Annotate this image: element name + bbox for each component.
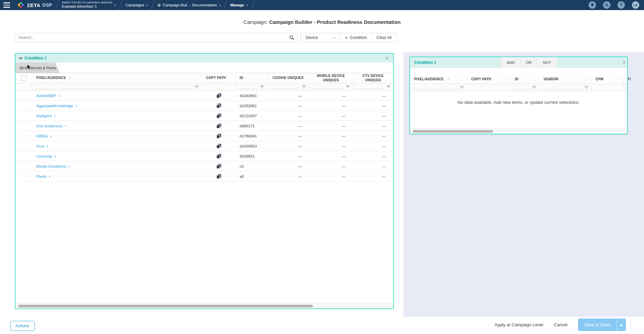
filter-funnel-icon[interactable]	[460, 86, 464, 89]
filter-input-id[interactable]	[514, 85, 530, 89]
scrollbar-thumb[interactable]	[18, 305, 313, 307]
select-all-checkbox[interactable]	[21, 76, 26, 81]
scrollbar-thumb[interactable]	[413, 130, 493, 133]
chevron-right-icon[interactable]: ›	[47, 144, 48, 149]
filter-funnel-icon[interactable]	[346, 85, 350, 89]
filter-input-vendor[interactable]	[542, 85, 582, 89]
chevron-right-icon[interactable]: ›	[54, 154, 56, 159]
filter-input-mobile-uniques[interactable]	[312, 85, 344, 89]
audience-link[interactable]: AggregateKnowledge	[36, 104, 73, 108]
column-header-pixel-audience[interactable]: PIXEL/AUDIENCE ↑	[32, 73, 202, 83]
audience-link[interactable]: Media Conditions	[36, 164, 66, 168]
breadcrumb-manage[interactable]: Manage ›	[226, 0, 252, 10]
close-icon[interactable]: ✕	[384, 56, 390, 60]
cancel-link[interactable]: Cancel	[554, 322, 567, 327]
tab-row: All Audiences & Pixels	[15, 62, 393, 73]
copy-path-icon[interactable]	[216, 154, 221, 159]
audience-link[interactable]: Liveramp	[36, 154, 52, 158]
audience-link[interactable]: Pixels	[36, 174, 47, 178]
copy-path-icon[interactable]	[216, 144, 221, 149]
audience-link[interactable]: AdobeDMP	[36, 94, 56, 98]
search-input[interactable]	[15, 35, 286, 40]
filter-funnel-icon[interactable]	[195, 85, 199, 89]
column-header-cookie-uniques[interactable]: COOKIE UNIQUES	[267, 73, 309, 83]
column-header-copy-path[interactable]: COPY PATH	[467, 75, 511, 84]
cookie-uniques-cell: —	[267, 151, 309, 161]
chevron-right-icon[interactable]: ›	[49, 174, 50, 179]
ctv-uniques-cell: —	[353, 111, 393, 121]
filter-funnel-icon[interactable]	[260, 85, 264, 89]
sort-ascending-icon[interactable]: ↑	[447, 77, 449, 82]
condition-panel-left: Condition 1 ✕ All Audiences & Pixels PIX…	[15, 53, 394, 309]
add-condition-button[interactable]: + Condition	[340, 33, 371, 42]
column-header-ti-clipped[interactable]: TI	[623, 75, 635, 84]
column-header-id[interactable]: ID	[236, 73, 267, 83]
filter-input-id[interactable]	[238, 85, 258, 89]
copy-path-icon[interactable]	[216, 103, 221, 108]
column-header-id[interactable]: ID	[511, 75, 539, 84]
hamburger-menu-icon[interactable]	[0, 0, 13, 10]
breadcrumb-campaigns[interactable]: Campaigns ›	[121, 0, 152, 10]
copy-path-icon[interactable]	[216, 164, 221, 169]
user-avatar[interactable]: L&	[632, 1, 639, 9]
help-icon[interactable]: ?	[617, 1, 625, 9]
chevron-right-icon[interactable]: ›	[50, 134, 51, 138]
filter-input-pixel-audience[interactable]	[413, 85, 458, 89]
zeta-dsp-logo[interactable]: ZETA DSP	[13, 2, 57, 8]
column-header-ctv-device-uniques[interactable]: CTV DEVICE UNIQUES	[353, 73, 393, 83]
column-header-cpm[interactable]: CPM	[592, 75, 623, 84]
clear-all-button[interactable]: Clear All	[371, 33, 396, 42]
column-header-vendor[interactable]: VENDOR	[539, 75, 592, 84]
apply-at-campaign-level-link[interactable]: Apply at Campaign Level	[494, 322, 543, 327]
actions-button[interactable]: Actions	[10, 321, 35, 331]
filter-funnel-icon[interactable]	[302, 85, 306, 89]
sort-ascending-icon[interactable]: ↑	[69, 75, 72, 81]
search-submit-icon[interactable]	[286, 35, 297, 40]
copy-path-icon[interactable]	[216, 93, 221, 98]
copy-path-icon[interactable]	[216, 114, 221, 118]
copy-path-icon[interactable]	[216, 124, 221, 128]
search-icon[interactable]	[603, 1, 610, 9]
or-operator-button[interactable]: OR	[520, 57, 537, 68]
filter-input-pixel-audience[interactable]	[35, 85, 193, 89]
filter-funnel-icon[interactable]	[386, 85, 391, 89]
and-operator-button[interactable]: AND	[501, 57, 520, 68]
chevron-right-icon[interactable]: ›	[69, 164, 70, 169]
empty-state-message: No data available. Add new items, or upd…	[410, 91, 627, 105]
save-options-caret-button[interactable]	[617, 319, 626, 331]
notifications-bell-icon[interactable]	[589, 1, 596, 9]
close-icon[interactable]: ✕	[621, 60, 627, 65]
not-operator-button[interactable]: NOT	[537, 57, 556, 68]
filter-input-cookie-uniques[interactable]	[270, 85, 300, 89]
copy-path-icon[interactable]	[216, 174, 221, 179]
filter-funnel-icon[interactable]	[532, 86, 536, 89]
chevron-right-icon[interactable]: ›	[58, 93, 60, 98]
copy-path-icon[interactable]	[216, 134, 221, 138]
id-cell: c0	[236, 161, 267, 171]
column-header-copy-path[interactable]: COPY PATH	[202, 73, 236, 83]
panel-spacer	[410, 68, 627, 75]
audience-link[interactable]: Geo Audiences	[36, 124, 63, 128]
table-row: KBMG › d1786041 — — —	[15, 131, 393, 141]
chevron-right-icon[interactable]: ›	[65, 124, 66, 128]
audience-link[interactable]: Audigent	[36, 114, 51, 118]
save-and-close-button[interactable]: Save & Close	[578, 319, 617, 331]
filter-funnel-icon[interactable]	[584, 86, 589, 89]
chevron-right-icon[interactable]: ›	[54, 114, 55, 118]
column-header-pixel-audience[interactable]: PIXEL/AUDIENCE ↑	[410, 75, 467, 84]
device-dropdown[interactable]: Device	[301, 33, 340, 42]
breadcrumb-campaign-builder[interactable]: Campaign Buil ... Documentation ›	[153, 0, 225, 10]
audience-link[interactable]: Krux	[36, 144, 44, 148]
tab-all-audiences-pixels[interactable]: All Audiences & Pixels	[15, 62, 60, 73]
cookie-uniques-cell: —	[267, 121, 309, 131]
collapse-chevron-icon[interactable]	[19, 56, 23, 59]
chevron-right-icon[interactable]: ›	[76, 103, 77, 108]
id-cell: d1053961	[236, 101, 267, 111]
breadcrumb-label: Example Advertiser 1	[62, 4, 112, 9]
audience-link[interactable]: KBMG	[36, 134, 48, 138]
id-cell: d1786041	[236, 131, 267, 141]
column-header-mobile-device-uniques[interactable]: MOBILE DEVICE UNIQUES	[309, 73, 353, 83]
filter-input-ctv-uniques[interactable]	[356, 85, 384, 89]
table-row: Audigent › d2131097 — — —	[15, 111, 393, 121]
breadcrumb-advertiser[interactable]: SMART PROJECTS (VARIABLE MARGIN) Example…	[57, 0, 120, 10]
